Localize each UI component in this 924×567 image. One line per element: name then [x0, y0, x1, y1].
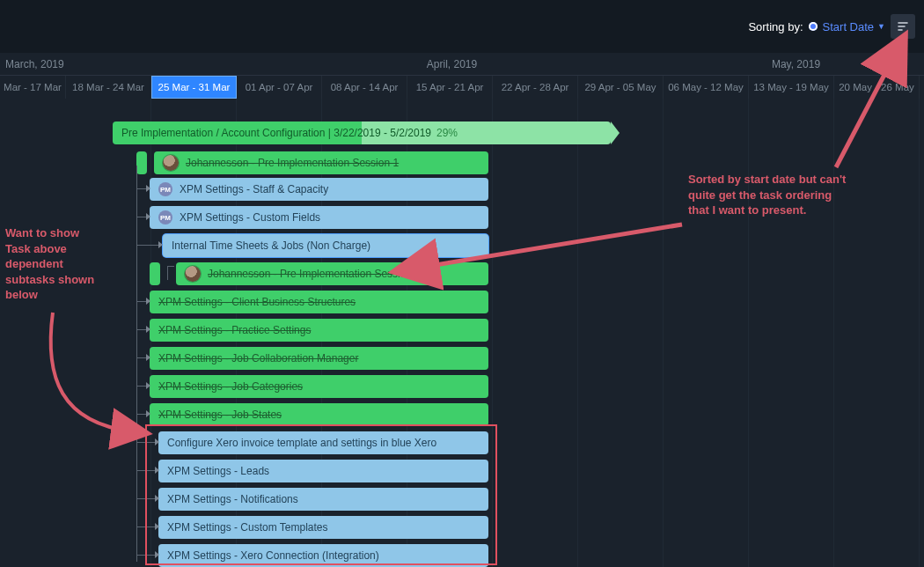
dependency-line — [136, 166, 137, 562]
dependency-line — [136, 555, 156, 556]
task-xeroconn[interactable]: XPM Settings - Xero Connection (Integrat… — [158, 544, 488, 567]
task-label: XPM Settings - Custom Fields — [180, 211, 320, 224]
week-cell[interactable]: 01 Apr - 07 Apr — [237, 76, 322, 99]
dependency-line — [167, 266, 174, 267]
pm-badge-icon: PM — [158, 210, 172, 225]
task-session1[interactable]: Johannesson - Pre Implementation Session… — [154, 151, 488, 174]
sort-radio-icon[interactable] — [809, 22, 818, 31]
task-label: XPM Settings - Practice Settings — [158, 324, 311, 336]
dependency-arrow-icon — [158, 241, 163, 248]
task-jobstates[interactable]: XPM Settings - Job States — [150, 403, 488, 426]
dependency-line — [167, 266, 168, 280]
dependency-arrow-icon — [155, 523, 159, 530]
dependency-arrow-icon — [146, 326, 150, 333]
task-label: Johannesson - Pre Implementation Session… — [186, 157, 399, 169]
sort-field-label: Start Date — [823, 20, 875, 33]
task-nub[interactable] — [150, 262, 160, 285]
task-label: Internal Time Sheets & Jobs (Non Charge) — [172, 239, 370, 252]
week-cell[interactable]: 13 May - 19 May — [749, 76, 834, 99]
month-cell: May, 2019 — [663, 53, 924, 75]
dependency-arrow-icon — [146, 382, 150, 389]
dependency-line — [136, 498, 156, 499]
task-label: XPM Settings - Staff & Capacity — [180, 183, 328, 195]
task-xeroinv[interactable]: Configure Xero invoice template and sett… — [158, 431, 488, 454]
task-leads[interactable]: XPM Settings - Leads — [158, 460, 488, 482]
task-clientbiz[interactable]: XPM Settings - Client Business Structure… — [150, 291, 488, 313]
week-cell[interactable]: 18 Mar - 24 Mar — [66, 76, 151, 99]
pm-badge-icon: PM — [158, 182, 172, 196]
task-nub[interactable] — [136, 151, 147, 174]
task-jobcollab[interactable]: XPM Settings - Job Collaboration Manager — [150, 347, 488, 370]
week-cell[interactable]: 06 May - 12 May — [664, 76, 749, 99]
dependency-line — [136, 470, 156, 471]
task-templates[interactable]: XPM Settings - Custom Templates — [158, 516, 488, 539]
sort-field-dropdown[interactable]: Start Date ▼ — [823, 20, 885, 33]
dependency-arrow-icon — [146, 213, 150, 220]
month-cell: April, 2019 — [236, 53, 663, 75]
week-cell[interactable]: 27 — [920, 76, 924, 99]
dependency-line — [136, 526, 156, 527]
phase-bar[interactable]: Pre Implementation / Account Configurati… — [113, 122, 611, 144]
sort-by-label: Sorting by: — [748, 20, 803, 33]
dependency-line — [136, 442, 156, 443]
week-cell[interactable]: 15 Apr - 21 Apr — [407, 76, 493, 99]
task-label: XPM Settings - Leads — [167, 465, 269, 477]
week-cell-active[interactable]: 25 Mar - 31 Mar — [151, 76, 237, 99]
dependency-arrow-icon — [155, 495, 159, 502]
week-header-row: Mar - 17 Mar 18 Mar - 24 Mar 25 Mar - 31… — [0, 76, 924, 99]
phase-title: Pre Implementation / Account Configurati… — [121, 127, 431, 139]
dependency-line — [136, 245, 159, 246]
dependency-arrow-icon — [146, 185, 150, 192]
avatar-icon — [185, 266, 201, 282]
task-timesheets[interactable]: Internal Time Sheets & Jobs (Non Charge) — [163, 234, 488, 257]
week-cell[interactable]: 29 Apr - 05 May — [578, 76, 664, 99]
task-jobcat[interactable]: XPM Settings - Job Categories — [150, 375, 488, 398]
dependency-arrow-icon — [146, 298, 150, 305]
week-cell[interactable]: 20 May - 26 May — [834, 76, 920, 99]
task-label: XPM Settings - Job States — [158, 409, 282, 421]
task-label: XPM Settings - Xero Connection (Integrat… — [167, 549, 379, 562]
week-cell[interactable]: 22 Apr - 28 Apr — [493, 76, 578, 99]
task-staff[interactable]: PM XPM Settings - Staff & Capacity — [150, 178, 488, 201]
task-notif[interactable]: XPM Settings - Notifications — [158, 488, 488, 511]
task-label: XPM Settings - Job Categories — [158, 380, 303, 393]
task-label: XPM Settings - Client Business Structure… — [158, 296, 356, 308]
month-cell: March, 2019 — [0, 53, 236, 75]
sort-icon — [897, 20, 909, 33]
task-label: XPM Settings - Notifications — [167, 493, 298, 505]
avatar-icon — [163, 155, 179, 171]
week-cell[interactable]: Mar - 17 Mar — [0, 76, 66, 99]
task-label: Configure Xero invoice template and sett… — [167, 437, 436, 449]
task-label: XPM Settings - Job Collaboration Manager — [158, 352, 358, 364]
dependency-arrow-icon — [155, 438, 159, 446]
task-label: Johannesson - Pre Implementation Session… — [208, 268, 421, 280]
dependency-arrow-icon — [155, 467, 159, 474]
week-cell[interactable]: 08 Apr - 14 Apr — [322, 76, 407, 99]
task-practice[interactable]: XPM Settings - Practice Settings — [150, 319, 488, 342]
phase-percent: 29% — [436, 127, 458, 139]
task-customfields[interactable]: PM XPM Settings - Custom Fields — [150, 206, 488, 229]
dependency-arrow-icon — [155, 551, 159, 558]
dependency-arrow-icon — [146, 354, 150, 361]
sort-direction-button[interactable] — [891, 14, 915, 39]
top-bar: Sorting by: Start Date ▼ — [0, 0, 924, 53]
task-session2[interactable]: Johannesson - Pre Implementation Session… — [176, 262, 488, 285]
task-label: XPM Settings - Custom Templates — [167, 521, 328, 534]
dependency-arrow-icon — [146, 410, 150, 417]
caret-down-icon: ▼ — [877, 22, 885, 31]
month-header-row: March, 2019 April, 2019 May, 2019 — [0, 53, 924, 76]
